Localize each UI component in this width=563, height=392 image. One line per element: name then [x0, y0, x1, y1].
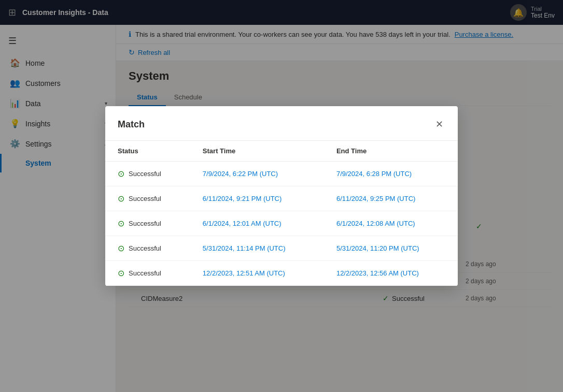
end-time: 7/9/2024, 6:28 PM (UTC): [336, 170, 412, 178]
modal-body: Status Start Time End Time ⊙ Successful …: [105, 141, 458, 286]
modal-header: Match ✕: [105, 106, 458, 141]
end-time-cell: 7/9/2024, 6:28 PM (UTC): [324, 162, 458, 186]
start-time: 5/31/2024, 11:14 PM (UTC): [203, 244, 286, 252]
status-text: Successful: [129, 195, 161, 202]
status-cell: ⊙ Successful: [105, 186, 190, 211]
end-time-cell: 5/31/2024, 11:20 PM (UTC): [324, 236, 458, 261]
end-time: 6/11/2024, 9:25 PM (UTC): [336, 195, 415, 202]
status-text: Successful: [129, 269, 161, 277]
start-time-cell: 12/2/2023, 12:51 AM (UTC): [190, 261, 324, 286]
table-row: ⊙ Successful 6/11/2024, 9:21 PM (UTC) 6/…: [105, 186, 458, 211]
modal-close-button[interactable]: ✕: [433, 117, 445, 132]
status-text: Successful: [129, 244, 161, 252]
end-time-cell: 6/1/2024, 12:08 AM (UTC): [324, 211, 458, 236]
status-text: Successful: [129, 220, 161, 227]
end-time: 12/2/2023, 12:56 AM (UTC): [336, 269, 419, 277]
start-time: 7/9/2024, 6:22 PM (UTC): [203, 170, 278, 178]
start-time: 6/1/2024, 12:01 AM (UTC): [203, 220, 282, 227]
table-row: ⊙ Successful 6/1/2024, 12:01 AM (UTC) 6/…: [105, 211, 458, 236]
end-time: 5/31/2024, 11:20 PM (UTC): [336, 244, 419, 252]
status-cell: ⊙ Successful: [105, 236, 190, 261]
table-row: ⊙ Successful 12/2/2023, 12:51 AM (UTC) 1…: [105, 261, 458, 286]
status-cell: ⊙ Successful: [105, 261, 190, 286]
start-time: 6/11/2024, 9:21 PM (UTC): [203, 195, 282, 202]
start-time: 12/2/2023, 12:51 AM (UTC): [203, 269, 285, 277]
col-header-start: Start Time: [190, 141, 324, 162]
start-time-cell: 7/9/2024, 6:22 PM (UTC): [190, 162, 324, 186]
col-header-end: End Time: [324, 141, 458, 162]
end-time-cell: 12/2/2023, 12:56 AM (UTC): [324, 261, 458, 286]
end-time: 6/1/2024, 12:08 AM (UTC): [336, 220, 415, 227]
match-modal: Match ✕ Status Start Time End Time ⊙ Suc…: [105, 106, 458, 286]
table-row: ⊙ Successful 7/9/2024, 6:22 PM (UTC) 7/9…: [105, 162, 458, 186]
success-icon: ⊙: [118, 219, 124, 228]
modal-title: Match: [118, 119, 145, 130]
start-time-cell: 6/1/2024, 12:01 AM (UTC): [190, 211, 324, 236]
success-icon: ⊙: [118, 194, 124, 204]
start-time-cell: 6/11/2024, 9:21 PM (UTC): [190, 186, 324, 211]
status-cell: ⊙ Successful: [105, 211, 190, 236]
modal-overlay[interactable]: Match ✕ Status Start Time End Time ⊙ Suc…: [0, 0, 563, 392]
status-text: Successful: [129, 170, 161, 178]
modal-table: Status Start Time End Time ⊙ Successful …: [105, 141, 458, 286]
status-cell: ⊙ Successful: [105, 162, 190, 186]
success-icon: ⊙: [118, 243, 124, 253]
col-header-status: Status: [105, 141, 190, 162]
end-time-cell: 6/11/2024, 9:25 PM (UTC): [324, 186, 458, 211]
table-row: ⊙ Successful 5/31/2024, 11:14 PM (UTC) 5…: [105, 236, 458, 261]
success-icon: ⊙: [118, 268, 124, 278]
start-time-cell: 5/31/2024, 11:14 PM (UTC): [190, 236, 324, 261]
success-icon: ⊙: [118, 169, 124, 179]
